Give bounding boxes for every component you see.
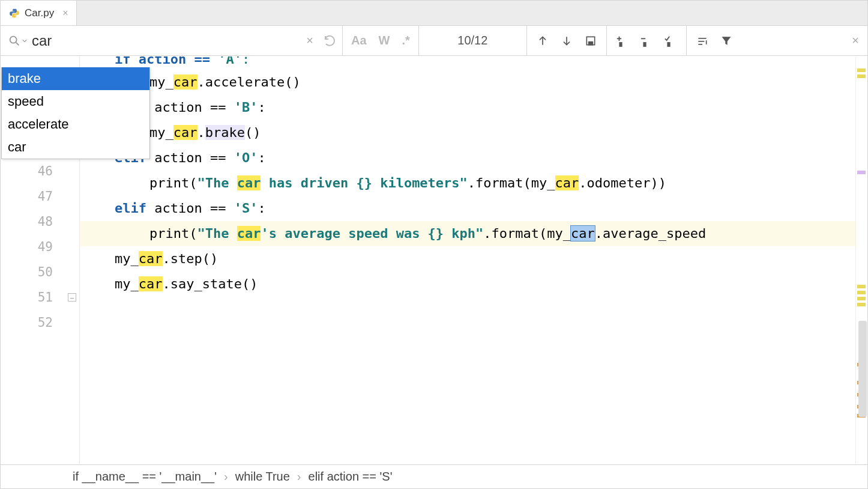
tab-bar: Car.py × bbox=[1, 1, 867, 26]
marker[interactable] bbox=[857, 74, 866, 78]
suggestion-item[interactable]: accelerate bbox=[2, 113, 149, 136]
svg-point-0 bbox=[10, 36, 17, 43]
marker-strip[interactable] bbox=[855, 56, 867, 464]
regex-toggle[interactable]: .* bbox=[396, 34, 415, 47]
search-suggestions: brake speed accelerate car bbox=[1, 67, 150, 159]
breadcrumb-item[interactable]: while True bbox=[235, 470, 290, 484]
breadcrumb: if __name__ == '__main__' › while True ›… bbox=[1, 464, 867, 488]
select-occurrences-icon[interactable]: II bbox=[660, 30, 681, 52]
svg-line-1 bbox=[16, 42, 19, 45]
code-line: print("The car's average speed was {} kp… bbox=[80, 221, 855, 246]
svg-text:II: II bbox=[667, 41, 670, 47]
marker[interactable] bbox=[857, 285, 866, 288]
code-line: print("The car has driven {} kilometers"… bbox=[80, 171, 855, 196]
suggestion-item[interactable]: car bbox=[2, 136, 149, 159]
code-area[interactable]: if action == 'A': my_car.accelerate() el… bbox=[80, 56, 855, 464]
marker[interactable] bbox=[857, 297, 866, 300]
code-line: elif action == 'O': bbox=[80, 145, 855, 171]
whole-word-toggle[interactable]: W bbox=[373, 34, 396, 47]
search-input[interactable] bbox=[32, 30, 301, 52]
chevron-right-icon: › bbox=[224, 470, 228, 484]
next-match-icon[interactable] bbox=[556, 30, 577, 52]
svg-rect-5 bbox=[588, 41, 592, 44]
python-file-icon bbox=[9, 8, 20, 19]
match-case-toggle[interactable]: Aa bbox=[345, 34, 373, 47]
chevron-right-icon: › bbox=[297, 470, 301, 484]
prev-match-icon[interactable] bbox=[532, 30, 553, 52]
tab-filename: Car.py bbox=[25, 7, 54, 19]
scrollbar-thumb[interactable] bbox=[858, 321, 867, 417]
marker[interactable] bbox=[857, 68, 866, 72]
settings-icon[interactable] bbox=[692, 30, 713, 52]
marker[interactable] bbox=[857, 291, 866, 294]
breadcrumb-item[interactable]: if __name__ == '__main__' bbox=[73, 470, 217, 484]
filter-icon[interactable] bbox=[716, 30, 737, 52]
code-line: my_car.accelerate() bbox=[80, 70, 855, 95]
breadcrumb-item[interactable]: elif action == 'S' bbox=[309, 470, 393, 484]
code-line: my_car.brake() bbox=[80, 120, 855, 145]
select-all-icon[interactable] bbox=[580, 30, 601, 52]
marker[interactable] bbox=[857, 171, 866, 174]
code-line: my_car.say_state() bbox=[80, 272, 855, 297]
code-line: if action == 'A': bbox=[80, 56, 855, 70]
close-search-icon[interactable]: × bbox=[843, 34, 867, 47]
fold-marker-icon[interactable]: – bbox=[68, 293, 76, 302]
code-line bbox=[80, 297, 855, 322]
code-line: my_car.step() bbox=[80, 246, 855, 272]
add-selection-icon[interactable]: II bbox=[612, 30, 633, 52]
remove-selection-icon[interactable]: II bbox=[636, 30, 657, 52]
file-tab[interactable]: Car.py × bbox=[1, 1, 77, 25]
code-line: elif action == 'B': bbox=[80, 95, 855, 120]
search-icon[interactable] bbox=[8, 34, 27, 47]
suggestion-item[interactable]: brake bbox=[2, 67, 149, 90]
clear-search-icon[interactable]: × bbox=[301, 34, 318, 47]
svg-text:II: II bbox=[619, 41, 622, 47]
search-history-icon[interactable] bbox=[318, 34, 342, 48]
close-tab-icon[interactable]: × bbox=[62, 8, 68, 19]
suggestion-item[interactable]: speed bbox=[2, 90, 149, 113]
find-toolbar: × Aa W .* 10/12 II II II bbox=[1, 26, 867, 56]
match-count: 10/12 bbox=[419, 26, 527, 55]
svg-text:II: II bbox=[643, 41, 646, 47]
marker[interactable] bbox=[857, 303, 866, 306]
code-line: elif action == 'S': bbox=[80, 196, 855, 221]
